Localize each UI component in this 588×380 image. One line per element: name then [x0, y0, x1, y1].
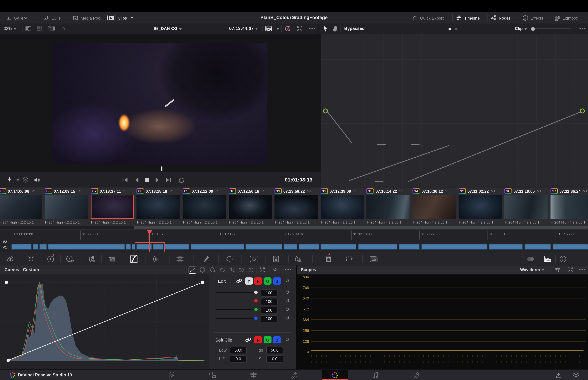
- fairlight-page-button[interactable]: [371, 371, 380, 380]
- gain-slider-knob[interactable]: [254, 308, 258, 311]
- keyframes-panel-icon[interactable]: [527, 255, 535, 263]
- bypass-grades-icon[interactable]: [284, 25, 291, 32]
- blur-palette-icon[interactable]: [294, 255, 302, 263]
- chevron-down-icon[interactable]: [17, 179, 19, 181]
- scope-settings-icon[interactable]: [555, 267, 561, 272]
- channel-r-button[interactable]: R: [254, 277, 262, 285]
- clip-cell[interactable]: 1607:11:19:05V1H.264 High 4:2:2 L5.1: [504, 188, 548, 227]
- node-level-select[interactable]: Clip: [515, 24, 527, 34]
- camera-raw-icon[interactable]: [6, 255, 15, 263]
- quick-export-button[interactable]: Quick Export: [413, 12, 444, 24]
- gain-slider-knob[interactable]: [254, 316, 258, 320]
- track-v1[interactable]: [11, 244, 588, 250]
- clip-thumbnail[interactable]: [0, 195, 42, 219]
- stop-button[interactable]: [143, 176, 151, 184]
- curve-hue-lum-icon[interactable]: [220, 267, 226, 273]
- effects-button[interactable]: fx Effects: [522, 12, 543, 24]
- reset-all-icon[interactable]: ↺: [273, 267, 277, 272]
- clip-cell[interactable]: 0807:13:18:18V1H.264 High 4:2:2 L5.1: [137, 188, 180, 227]
- timeline-view-button[interactable]: Timeline: [456, 12, 480, 24]
- grid-view-icon[interactable]: [37, 26, 43, 32]
- timeline-clip-segment[interactable]: [126, 244, 131, 250]
- softclip-b-button[interactable]: B: [273, 336, 281, 343]
- clips-scrollbar-handle[interactable]: [134, 226, 588, 228]
- timeline-clip-segment[interactable]: [525, 244, 551, 250]
- timeline-clip-segment[interactable]: [284, 244, 297, 250]
- curve-custom-icon[interactable]: [189, 266, 196, 274]
- clip-thumbnail[interactable]: [137, 195, 180, 219]
- high-input[interactable]: 50.0: [266, 347, 283, 354]
- timeline-name-select[interactable]: S5_DAN-CG: [144, 24, 182, 34]
- expand-scope-icon[interactable]: [568, 267, 573, 272]
- sizing-palette-icon[interactable]: [27, 255, 35, 263]
- ls-input[interactable]: 0.0: [230, 355, 247, 362]
- curves-options-menu[interactable]: •••: [285, 267, 292, 272]
- reset-row-icon[interactable]: ↺: [285, 316, 289, 321]
- settings-gear-button[interactable]: [571, 371, 581, 380]
- low-input[interactable]: 50.0: [230, 347, 247, 354]
- curve-graph[interactable]: [0, 274, 209, 369]
- deliver-page-button[interactable]: [412, 371, 421, 380]
- curves-icon[interactable]: [130, 255, 138, 263]
- hand-tool-icon[interactable]: [332, 25, 338, 32]
- media-page-button[interactable]: [168, 371, 177, 380]
- hdr-wheels-icon[interactable]: HDR: [66, 255, 74, 263]
- warper-mesh-icon[interactable]: [176, 255, 184, 263]
- gain-value-input[interactable]: 100: [261, 307, 278, 314]
- info-panel-icon[interactable]: [559, 255, 567, 263]
- node-graph[interactable]: CST 06 fx 08 Bal 01: [321, 34, 588, 187]
- step-back-button[interactable]: [132, 176, 141, 184]
- chevron-down-icon[interactable]: [276, 28, 279, 30]
- media-pool-button[interactable]: Media Pool: [73, 12, 101, 24]
- expand-panel-icon[interactable]: [260, 267, 265, 272]
- lightbox-button[interactable]: Lightbox: [555, 12, 578, 24]
- gain-slider-knob[interactable]: [254, 299, 258, 303]
- clip-cell[interactable]: 0907:12:12:00V1H.264 High 4:2:2 L5.1: [183, 188, 226, 227]
- playhead-pin[interactable]: [147, 230, 152, 235]
- color-page-button[interactable]: [330, 371, 340, 380]
- clip-cell[interactable]: 1207:12:39:09V1H.264 High 4:2:2 L5.1: [321, 188, 364, 227]
- output-node[interactable]: [580, 109, 585, 113]
- stereo-3d-icon[interactable]: 3D: [369, 255, 378, 263]
- clip-thumbnail[interactable]: [91, 195, 134, 219]
- hs-input[interactable]: 0.0: [266, 355, 283, 362]
- play-button[interactable]: [153, 176, 161, 184]
- link-icon[interactable]: [236, 278, 242, 284]
- key-palette-icon[interactable]: [324, 255, 332, 263]
- timeline-clip-segment[interactable]: [321, 244, 356, 250]
- scope-options-menu[interactable]: •••: [579, 267, 586, 272]
- clip-thumbnail[interactable]: [550, 195, 588, 219]
- source-node[interactable]: [323, 109, 327, 113]
- grab-still-button[interactable]: [5, 176, 13, 184]
- go-to-start-button[interactable]: [121, 176, 129, 184]
- magic-mask-icon[interactable]: [272, 255, 280, 263]
- sizing-icon[interactable]: [345, 255, 353, 263]
- node-zoom-slider[interactable]: [533, 29, 571, 29]
- timeline-clip-segment[interactable]: [48, 244, 125, 250]
- cut-page-button[interactable]: [208, 371, 217, 380]
- nodes-view-button[interactable]: Nodes: [491, 12, 511, 24]
- loop-button[interactable]: [177, 176, 186, 184]
- curve-hue-sat-icon[interactable]: [209, 267, 216, 273]
- gallery-button[interactable]: Gallery: [6, 12, 27, 24]
- curve-hue-hue-icon[interactable]: [200, 267, 206, 273]
- wipe-mode-icon[interactable]: [48, 25, 56, 32]
- clips-scrollbar[interactable]: [0, 226, 588, 228]
- viewer-zoom-select[interactable]: 33%: [4, 24, 17, 34]
- node-dot-inactive[interactable]: [455, 28, 457, 30]
- clip-cell[interactable]: 0707:13:37:11V1H.264 High 4:2:2 L5.1: [91, 188, 134, 227]
- timeline-clip-segment[interactable]: [191, 244, 244, 250]
- reset-row-icon[interactable]: ↺: [285, 290, 289, 295]
- go-to-end-button[interactable]: [164, 176, 172, 184]
- gain-value-input[interactable]: 100: [261, 298, 278, 305]
- timeline-clip-segment[interactable]: [489, 244, 523, 250]
- proxy-hq-icon[interactable]: HQ: [265, 25, 273, 32]
- node-dot-active[interactable]: [449, 28, 451, 30]
- clip-cell[interactable]: 1507:11:02:22V1H.264 High 4:2:2 L5.1: [458, 188, 502, 227]
- gain-slider-track[interactable]: [216, 309, 257, 310]
- clip-thumbnail[interactable]: [45, 195, 88, 219]
- curve-handle[interactable]: [5, 281, 8, 284]
- softclip-r-button[interactable]: R: [254, 336, 262, 343]
- node-zoom-knob[interactable]: [531, 27, 535, 31]
- clips-button[interactable]: Clips: [107, 12, 133, 24]
